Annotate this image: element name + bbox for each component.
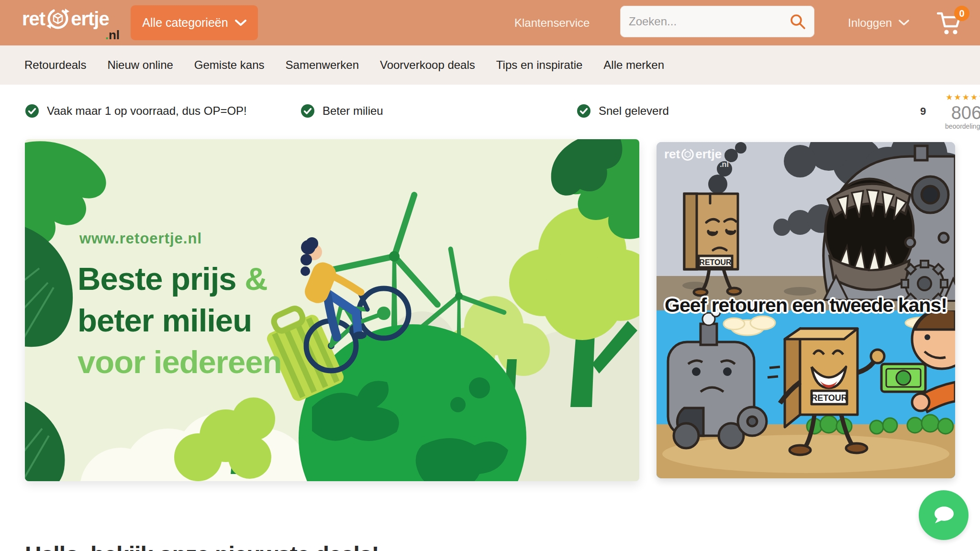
check-icon: [577, 104, 591, 118]
search-bar: [620, 6, 814, 37]
site-logo[interactable]: ret ertje .nl: [22, 7, 120, 43]
nav-item-gemiste-kans[interactable]: Gemiste kans: [194, 58, 265, 72]
review-count: 806: [951, 104, 980, 122]
search-icon[interactable]: [790, 13, 806, 30]
hero-heading: Beste prijs & beter milieu voor iedereen: [78, 258, 281, 383]
recycle-box-logo-icon: [680, 147, 695, 162]
rating-score: 9: [913, 101, 934, 122]
hero-url-text: www.retoertje.nl: [79, 230, 202, 247]
search-input[interactable]: [629, 15, 790, 28]
review-count-label: beoordelingen: [945, 123, 980, 130]
logo-text-pre: ret: [22, 8, 45, 30]
nav-item-samenwerken[interactable]: Samenwerken: [286, 58, 359, 72]
chevron-down-icon: [235, 20, 246, 26]
usp-item-levering: Snel geleverd: [577, 85, 669, 137]
usp-item-milieu: Beter milieu: [301, 85, 383, 137]
nav-item-tips-en-inspiratie[interactable]: Tips en inspiratie: [496, 58, 583, 72]
chat-bubble-icon: [931, 504, 956, 527]
usp-bar: Vaak maar 1 op voorraad, dus OP=OP! Bete…: [0, 85, 980, 137]
promo-banner[interactable]: RETOUR: [657, 142, 955, 478]
page: ret ertje .nl Alle categorieën: [0, 0, 980, 551]
nav-item-voorverkoop-deals[interactable]: Voorverkoop deals: [380, 58, 475, 72]
logo-text-post: ertje: [71, 8, 109, 30]
usp-item-stock: Vaak maar 1 op voorraad, dus OP=OP!: [25, 85, 247, 137]
login-button[interactable]: Inloggen: [848, 0, 909, 45]
usp-label: Vaak maar 1 op voorraad, dus OP=OP!: [47, 104, 247, 118]
nav-item-alle-merken[interactable]: Alle merken: [603, 58, 664, 72]
top-header: ret ertje .nl Alle categorieën: [0, 0, 980, 45]
chat-button[interactable]: [919, 490, 969, 540]
usp-label: Beter milieu: [323, 104, 383, 118]
customer-service-link[interactable]: Klantenservice: [514, 0, 590, 45]
nav-item-retourdeals[interactable]: Retourdeals: [24, 58, 86, 72]
main-nav: Retourdeals Nieuw online Gemiste kans Sa…: [0, 45, 980, 85]
all-categories-label: Alle categorieën: [142, 16, 228, 30]
logo-tld: .nl: [105, 28, 120, 43]
svg-text:RETOUR: RETOUR: [811, 393, 847, 403]
section-heading-clipped: Hallo, bekijk onze nieuwste deals!: [25, 541, 379, 551]
check-icon: [301, 104, 315, 118]
svg-text:RETOUR: RETOUR: [699, 258, 732, 266]
recycle-box-logo-icon: [46, 7, 70, 31]
check-icon: [25, 104, 39, 118]
nav-item-nieuw-online[interactable]: Nieuw online: [107, 58, 173, 72]
promo-bottom-scene: RETOUR: [657, 310, 955, 478]
rating-ring: 9: [906, 94, 940, 129]
review-rating-widget[interactable]: 9 ★★★★★★ 806 beoordelingen: [906, 93, 980, 130]
all-categories-button[interactable]: Alle categorieën: [131, 5, 258, 40]
chevron-down-icon: [899, 20, 909, 26]
promo-logo-watermark: ret ertje .nl: [664, 147, 729, 169]
hero-banner[interactable]: www.retoertje.nl Beste prijs & beter mil…: [25, 139, 639, 481]
star-rating-icons: ★★★★★★: [946, 93, 980, 103]
promo-title: Geef retouren een tweede kans!: [657, 294, 955, 317]
cart-button[interactable]: 0: [936, 11, 967, 37]
cart-count-badge: 0: [954, 6, 969, 21]
usp-label: Snel geleverd: [599, 104, 669, 118]
